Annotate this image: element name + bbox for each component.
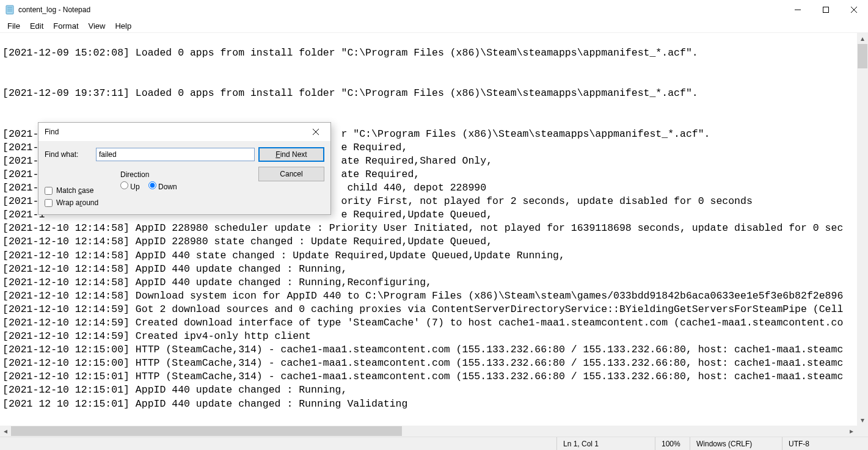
titlebar: content_log - Notepad xyxy=(0,0,868,20)
find-dialog: Find Find what: Find Next Cancel Directi… xyxy=(38,122,331,215)
scroll-up-arrow-icon[interactable]: ▴ xyxy=(857,33,868,44)
cancel-button[interactable]: Cancel xyxy=(258,167,324,181)
vertical-scroll-thumb[interactable] xyxy=(858,44,867,68)
menubar: File Edit Format View Help xyxy=(0,20,868,33)
wrap-around-checkbox[interactable] xyxy=(45,199,53,207)
find-dialog-titlebar[interactable]: Find xyxy=(38,123,330,141)
scroll-right-arrow-icon[interactable]: ▸ xyxy=(846,426,857,437)
scroll-corner xyxy=(857,426,868,437)
menu-view[interactable]: View xyxy=(84,20,111,32)
svg-rect-0 xyxy=(6,5,13,14)
menu-format[interactable]: Format xyxy=(48,20,83,32)
window-title: content_log - Notepad xyxy=(18,5,784,14)
vertical-scrollbar[interactable]: ▴ ▾ xyxy=(857,33,868,426)
scroll-down-arrow-icon[interactable]: ▾ xyxy=(857,415,868,426)
horizontal-scrollbar[interactable]: ◂ ▸ xyxy=(0,426,857,437)
find-next-button[interactable]: Find Next xyxy=(258,147,324,162)
find-what-label: Find what: xyxy=(45,150,92,159)
statusbar: Ln 1, Col 1 100% Windows (CRLF) UTF-8 xyxy=(0,437,868,450)
notepad-icon xyxy=(5,5,15,15)
direction-label: Direction xyxy=(96,170,255,179)
minimize-button[interactable] xyxy=(784,0,812,20)
find-dialog-close-button[interactable] xyxy=(307,125,324,139)
status-line-ending: Windows (CRLF) xyxy=(690,437,782,450)
wrap-around-label: Wrap around xyxy=(56,198,98,207)
text-editor[interactable]: [2021-12-09 15:02:08] Loaded 0 apps from… xyxy=(0,33,857,426)
match-case-option[interactable]: Match case xyxy=(45,186,255,195)
menu-file[interactable]: File xyxy=(2,20,25,32)
scroll-left-arrow-icon[interactable]: ◂ xyxy=(0,426,11,437)
wrap-around-option[interactable]: Wrap around xyxy=(45,198,255,207)
svg-rect-5 xyxy=(823,7,829,13)
menu-help[interactable]: Help xyxy=(110,20,136,32)
menu-edit[interactable]: Edit xyxy=(25,20,48,32)
maximize-button[interactable] xyxy=(812,0,840,20)
match-case-label: Match case xyxy=(56,186,93,195)
editor-area: [2021-12-09 15:02:08] Loaded 0 apps from… xyxy=(0,33,868,437)
status-position: Ln 1, Col 1 xyxy=(557,437,655,450)
find-dialog-title: Find xyxy=(45,128,307,136)
close-button[interactable] xyxy=(840,0,868,20)
match-case-checkbox[interactable] xyxy=(45,187,53,195)
find-what-input[interactable] xyxy=(96,148,255,161)
horizontal-scroll-thumb[interactable] xyxy=(11,426,402,436)
status-encoding: UTF-8 xyxy=(782,437,868,450)
status-zoom: 100% xyxy=(655,437,690,450)
